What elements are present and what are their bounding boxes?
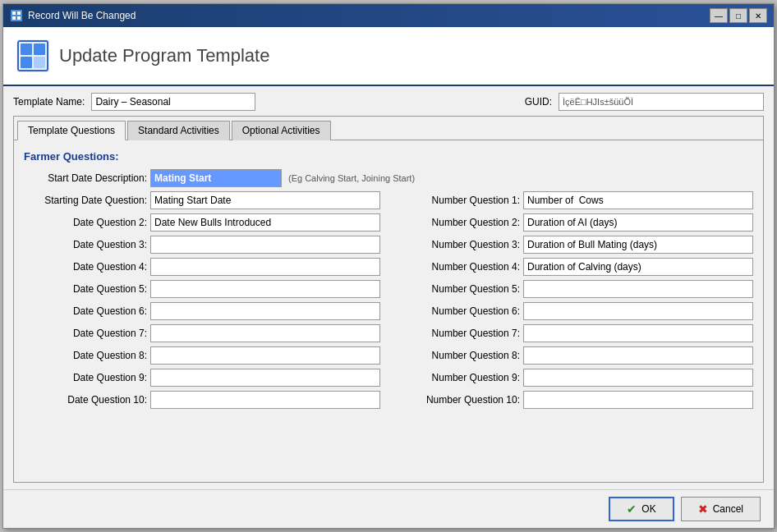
tab-content: Farmer Questions: Start Date Description… [14,140,763,482]
svg-rect-9 [21,57,32,68]
guid-label: GUID: [525,96,552,108]
maximize-button[interactable]: □ [729,8,747,23]
svg-rect-4 [17,16,21,20]
num-field-3: Number Question 4: [397,258,753,276]
num-input-7[interactable] [523,346,753,365]
date-questions-col: Starting Date Question: Date Question 2:… [24,191,380,413]
num-label-5: Number Question 6: [397,305,520,317]
num-field-2: Number Question 3: [397,236,753,254]
date-label-1: Date Question 2: [24,217,147,228]
template-name-input[interactable] [91,93,255,111]
svg-rect-10 [34,57,45,68]
num-field-4: Number Question 5: [397,280,753,298]
date-input-9[interactable] [150,391,380,409]
date-input-5[interactable] [150,302,380,320]
tab-optional-activities[interactable]: Optional Activities [232,121,331,140]
app-icon [16,39,49,72]
date-field-1: Date Question 2: [24,213,380,232]
cancel-icon: ✖ [698,502,708,516]
date-label-3: Date Question 4: [24,261,147,273]
cancel-button[interactable]: ✖ Cancel [681,497,761,521]
date-field-8: Date Question 9: [24,369,380,387]
date-label-4: Date Question 5: [24,283,147,295]
num-field-9: Number Question 10: [397,391,753,409]
date-field-7: Date Question 8: [24,346,380,365]
num-label-8: Number Question 9: [397,372,520,383]
date-field-0: Starting Date Question: [24,191,380,209]
page-title: Update Program Template [59,45,269,66]
num-input-1[interactable] [523,213,753,232]
date-label-8: Date Question 9: [24,372,147,383]
ok-label: OK [641,503,655,515]
num-field-6: Number Question 7: [397,324,753,342]
num-label-4: Number Question 5: [397,283,520,295]
date-input-1[interactable] [150,213,380,232]
svg-rect-2 [17,11,21,15]
num-label-1: Number Question 2: [397,217,520,228]
date-input-4[interactable] [150,280,380,298]
content-area: Template Name: GUID: Template Questions … [3,86,774,489]
farmer-questions-title: Farmer Questions: [24,150,753,163]
num-field-1: Number Question 2: [397,213,753,232]
num-input-6[interactable] [523,324,753,342]
template-name-label: Template Name: [13,96,85,108]
svg-rect-3 [12,16,16,20]
num-input-3[interactable] [523,258,753,276]
num-input-9[interactable] [523,391,753,409]
title-bar: Record Will Be Changed — □ ✕ [3,4,774,27]
date-field-4: Date Question 5: [24,280,380,298]
date-label-0: Starting Date Question: [24,195,147,206]
date-label-9: Date Question 10: [24,394,147,406]
main-window: Record Will Be Changed — □ ✕ Update Prog… [2,3,775,529]
num-label-2: Number Question 3: [397,239,520,250]
tab-standard-activities[interactable]: Standard Activities [127,121,230,140]
date-input-8[interactable] [150,369,380,387]
date-label-5: Date Question 6: [24,305,147,317]
date-input-3[interactable] [150,258,380,276]
date-input-0[interactable] [150,191,380,209]
date-field-2: Date Question 3: [24,236,380,254]
tab-template-questions[interactable]: Template Questions [17,121,126,140]
num-input-4[interactable] [523,280,753,298]
num-field-8: Number Question 9: [397,369,753,387]
date-input-7[interactable] [150,346,380,365]
close-button[interactable]: ✕ [749,8,767,23]
template-name-row: Template Name: GUID: [13,93,764,111]
date-label-7: Date Question 8: [24,350,147,361]
farmer-questions-section: Farmer Questions: Start Date Description… [24,150,753,413]
num-input-5[interactable] [523,302,753,320]
num-input-8[interactable] [523,369,753,387]
minimize-button[interactable]: — [710,8,728,23]
start-date-description-row: Start Date Description: (Eg Calving Star… [24,169,753,187]
header-strip: Update Program Template [3,27,774,86]
title-bar-controls: — □ ✕ [710,8,767,23]
date-field-3: Date Question 4: [24,258,380,276]
title-bar-text: Record Will Be Changed [28,10,710,21]
tab-bar: Template Questions Standard Activities O… [14,117,763,140]
num-label-7: Number Question 8: [397,350,520,361]
num-label-0: Number Question 1: [397,195,520,206]
ok-button[interactable]: ✔ OK [609,497,674,521]
date-label-6: Date Question 7: [24,328,147,339]
svg-rect-8 [34,44,45,55]
guid-input[interactable] [559,93,764,111]
num-label-6: Number Question 7: [397,328,520,339]
num-input-2[interactable] [523,236,753,254]
num-label-9: Number Question 10: [397,394,520,406]
date-field-5: Date Question 6: [24,302,380,320]
num-field-7: Number Question 8: [397,346,753,365]
cancel-label: Cancel [713,503,743,515]
title-bar-icon [10,9,23,22]
date-input-6[interactable] [150,324,380,342]
svg-rect-1 [12,11,16,15]
num-input-0[interactable] [523,191,753,209]
start-date-desc-input[interactable] [150,169,282,187]
start-date-hint: (Eg Calving Start, Joining Start) [288,173,415,183]
num-label-3: Number Question 4: [397,261,520,273]
date-input-2[interactable] [150,236,380,254]
date-field-6: Date Question 7: [24,324,380,342]
num-field-5: Number Question 6: [397,302,753,320]
start-date-desc-label: Start Date Description: [24,172,147,184]
tabs-container: Template Questions Standard Activities O… [13,116,764,483]
date-field-9: Date Question 10: [24,391,380,409]
